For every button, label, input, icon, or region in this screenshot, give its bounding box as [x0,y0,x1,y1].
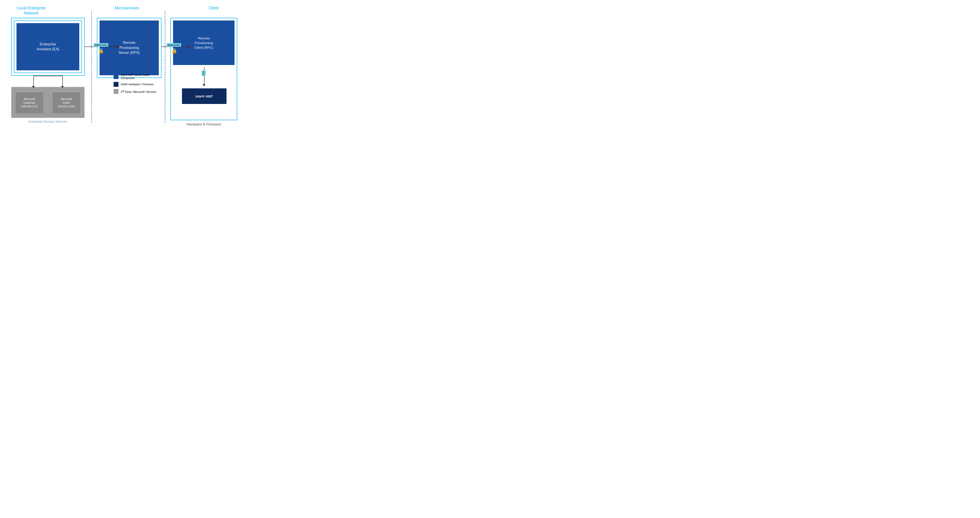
rps-label: RemoteProvisioningServer (RPS) [118,40,140,55]
legend-color-intel [114,82,118,87]
divider-left [91,11,92,122]
ms-ca-label: MicrosoftCertificateAuthority (CA) [21,97,38,108]
arrowhead-amt [203,84,205,86]
rps-outer-box: RemoteProvisioningServer (RPS) [97,18,161,78]
intel-amt-box: Intel® AMT [182,88,226,104]
arrowhead-ad [61,86,64,88]
diagram-container: Local EnterpriseNetwork EnterpriseAssist… [5,5,240,125]
intel-amt-label: Intel® AMT [196,94,213,98]
ea-label: EnterpriseAssistant (EA) [37,42,59,52]
legend-color-3rdparty [114,89,118,94]
rpc-box: RemoteProvisioningClient (RPC) [173,21,234,65]
legend-item-intel: Intel® Hardware / Firmware [114,82,156,87]
hardware-firmware-label: Hardware & Firmware [170,122,237,126]
websocket1-label: WebSocket [94,43,108,47]
ea-inner-box: EnterpriseAssistant (EA) [14,21,82,73]
legend-text-3rdparty: 3rd Party / Microsoft* Services [121,90,156,94]
legend: Open AMT Cloud ToolkitComponent Intel® H… [114,73,156,96]
client-label: Client [194,6,234,11]
legend-text-amt: Open AMT Cloud ToolkitComponent [121,73,150,80]
legend-color-amt [114,74,118,79]
arrow-ea-ad [62,76,63,87]
legend-item-3rdparty: 3rd Party / Microsoft* Services [114,89,156,94]
arrow-ea-horizontal [33,76,62,76]
ms-ca-box: MicrosoftCertificateAuthority (CA) [15,92,44,114]
lock-icon-2: 🔒 [171,48,177,54]
legend-text-intel: Intel® Hardware / Firmware [121,83,153,86]
legend-item-amt: Open AMT Cloud ToolkitComponent [114,73,156,80]
ea-box: EnterpriseAssistant (EA) [16,23,79,70]
arrowhead-rps [117,45,119,48]
rpc-label: RemoteProvisioningClient (RPC) [194,36,213,50]
ms-ad-label: MicrosoftActiveDirectory (AD) [58,97,75,108]
rps-box: RemoteProvisioningServer (RPS) [100,21,159,75]
websocket2-label: WebSocket [166,43,181,47]
client-outer-box: RemoteProvisioningClient (RPC) TCP Intel… [170,18,237,120]
arrowhead-ca [32,86,35,88]
divider-right [165,11,165,122]
local-network-label: Local EnterpriseNetwork [9,6,54,16]
arrowhead-rpc [188,45,190,48]
arrow-ea-ca [33,76,34,87]
tcp-label: TCP [202,71,206,76]
ea-outer-box: EnterpriseAssistant (EA) [11,18,84,76]
lock-icon-1: 🔒 [98,48,104,54]
arrow-rpc-amt [204,67,204,85]
ms-ad-box: MicrosoftActiveDirectory (AD) [52,92,81,114]
enterprise-domain-box: MicrosoftCertificateAuthority (CA) Micro… [11,87,84,118]
microservices-label: Microservices [105,6,149,11]
enterprise-domain-label: Enterprise Domain Services [11,120,84,123]
